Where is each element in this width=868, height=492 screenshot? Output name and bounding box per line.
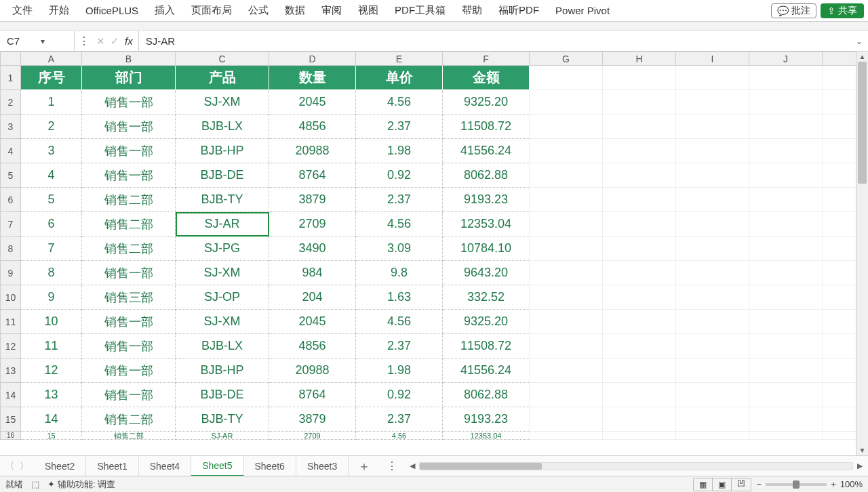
cell-C11[interactable]: SJ-XM [176,310,269,334]
empty-cell[interactable] [823,358,856,383]
cell-F4[interactable]: 41556.24 [443,139,530,163]
empty-cell[interactable] [530,115,603,139]
view-mode-buttons[interactable]: ▦ ▣ 凹 [693,478,751,491]
ribbon-tab-9[interactable]: PDF工具箱 [387,0,454,21]
row-header-12[interactable]: 12 [1,334,21,358]
cell-D4[interactable]: 20988 [269,139,356,163]
empty-cell[interactable] [823,237,856,261]
cell-F5[interactable]: 8062.88 [443,163,530,188]
cell-D10[interactable]: 204 [269,285,356,310]
comment-button[interactable]: 💬批注 [771,3,816,18]
empty-cell[interactable] [603,285,676,310]
empty-cell[interactable] [823,163,856,188]
cell-F12[interactable]: 11508.72 [443,334,530,358]
cell-E16[interactable]: 4.56 [356,432,443,440]
empty-cell[interactable] [530,261,603,285]
empty-cell[interactable] [749,90,823,115]
row-header-2[interactable]: 2 [1,90,21,115]
scroll-thumb-h[interactable] [420,463,542,470]
cell-B10[interactable]: 销售三部 [82,285,176,310]
cell-A4[interactable]: 3 [21,139,82,163]
empty-cell[interactable] [530,432,603,440]
ribbon-tab-11[interactable]: 福昕PDF [490,0,547,21]
cell-A13[interactable]: 12 [21,358,82,383]
empty-cell[interactable] [530,407,603,432]
sheet-tab-Sheet3[interactable]: Sheet3 [296,456,349,476]
empty-cell[interactable] [676,188,749,212]
cell-B5[interactable]: 销售一部 [82,163,176,188]
cell-D5[interactable]: 8764 [269,163,356,188]
sheet-table[interactable]: ABCDEFGHIJ1序号部门产品数量单价金额21销售一部SJ-XM20454.… [0,52,856,440]
table-header-0[interactable]: 序号 [21,66,82,90]
empty-cell[interactable] [530,139,603,163]
row-header-10[interactable]: 10 [1,285,21,310]
cell-E8[interactable]: 3.09 [356,237,443,261]
cell-B6[interactable]: 销售二部 [82,188,176,212]
row-header-14[interactable]: 14 [1,383,21,407]
cell-F16[interactable]: 12353.04 [443,432,530,440]
ribbon-tab-6[interactable]: 数据 [277,0,313,21]
cell-B3[interactable]: 销售一部 [82,115,176,139]
cell-A7[interactable]: 6 [21,212,82,237]
empty-cell[interactable] [749,115,823,139]
ribbon-tab-3[interactable]: 插入 [146,0,183,21]
row-header-6[interactable]: 6 [1,188,21,212]
row-header-5[interactable]: 5 [1,163,21,188]
cell-F6[interactable]: 9193.23 [443,188,530,212]
empty-cell[interactable] [676,261,749,285]
empty-cell[interactable] [603,139,676,163]
table-header-3[interactable]: 数量 [269,66,356,90]
empty-cell[interactable] [823,261,856,285]
zoom-out-icon[interactable]: − [757,479,762,489]
empty-cell[interactable] [823,90,856,115]
empty-cell[interactable] [530,66,603,90]
col-header-C[interactable]: C [176,52,269,66]
empty-cell[interactable] [603,115,676,139]
cell-C13[interactable]: BJB-HP [176,358,269,383]
empty-cell[interactable] [676,310,749,334]
empty-cell[interactable] [603,358,676,383]
chevron-down-icon[interactable]: ▾ [35,37,75,46]
row-header-16[interactable]: 16 [1,432,21,440]
col-header-J[interactable]: J [749,52,823,66]
empty-cell[interactable] [749,212,823,237]
cell-F3[interactable]: 11508.72 [443,115,530,139]
empty-cell[interactable] [603,407,676,432]
empty-cell[interactable] [823,285,856,310]
empty-cell[interactable] [676,334,749,358]
cell-D16[interactable]: 2709 [269,432,356,440]
empty-cell[interactable] [676,90,749,115]
empty-cell[interactable] [530,285,603,310]
empty-cell[interactable] [749,358,823,383]
cell-C14[interactable]: BJB-DE [176,383,269,407]
cell-F2[interactable]: 9325.20 [443,90,530,115]
cell-F10[interactable]: 332.52 [443,285,530,310]
cell-E2[interactable]: 4.56 [356,90,443,115]
formula-input[interactable]: SJ-AR [139,35,850,47]
empty-cell[interactable] [676,163,749,188]
empty-cell[interactable] [823,212,856,237]
scroll-left-icon[interactable]: ◀ [407,462,418,470]
empty-cell[interactable] [530,90,603,115]
col-header-A[interactable]: A [21,52,82,66]
ribbon-tab-0[interactable]: 文件 [4,0,41,21]
row-header-9[interactable]: 9 [1,261,21,285]
cell-D7[interactable]: 2709 [269,212,356,237]
empty-cell[interactable] [676,285,749,310]
row-header-1[interactable]: 1 [1,66,21,90]
col-header-G[interactable]: G [530,52,603,66]
cell-A3[interactable]: 2 [21,115,82,139]
empty-cell[interactable] [676,432,749,440]
cell-C5[interactable]: BJB-DE [176,163,269,188]
row-header-11[interactable]: 11 [1,310,21,334]
ribbon-tab-7[interactable]: 审阅 [313,0,350,21]
cell-D14[interactable]: 8764 [269,383,356,407]
cell-E7[interactable]: 4.56 [356,212,443,237]
cell-D9[interactable]: 984 [269,261,356,285]
cell-F14[interactable]: 8062.88 [443,383,530,407]
cell-D13[interactable]: 20988 [269,358,356,383]
table-header-5[interactable]: 金额 [443,66,530,90]
cell-E12[interactable]: 2.37 [356,334,443,358]
scroll-down-icon[interactable]: ▼ [859,445,866,455]
empty-cell[interactable] [823,66,856,90]
